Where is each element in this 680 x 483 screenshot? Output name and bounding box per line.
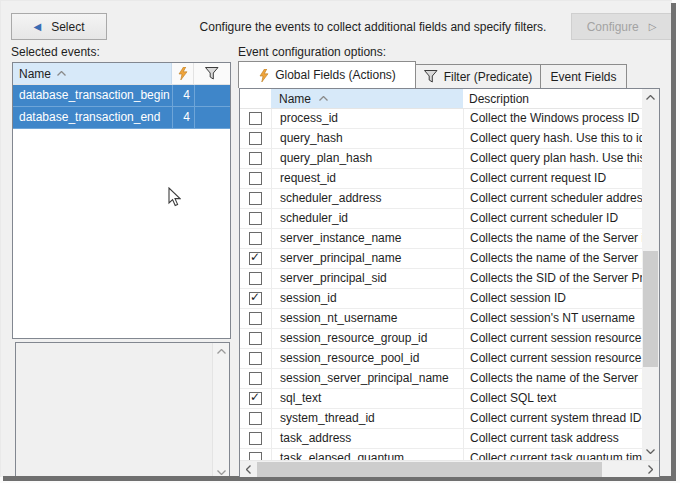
actions-column-header[interactable] xyxy=(172,63,194,84)
global-field-row[interactable]: server_instance_name Collects the name o… xyxy=(240,229,642,249)
scroll-left-button[interactable] xyxy=(240,461,257,477)
global-field-row[interactable]: session_id Collect session ID xyxy=(240,289,642,309)
field-checkbox[interactable] xyxy=(249,112,262,125)
event-configuration-window: ◀ Select Configure the events to collect… xyxy=(0,0,672,477)
filter-icon xyxy=(205,67,219,80)
checkbox-cell xyxy=(240,409,271,428)
checkbox-cell xyxy=(240,129,271,148)
instruction-text: Configure the events to collect addition… xyxy=(180,20,566,34)
field-checkbox[interactable] xyxy=(249,392,262,405)
field-name: system_thread_id xyxy=(271,409,463,428)
field-name: task_address xyxy=(271,429,463,448)
filter-column-header[interactable] xyxy=(194,63,230,84)
field-name: request_id xyxy=(271,169,463,188)
vertical-scrollbar-thumb[interactable] xyxy=(643,251,658,367)
checkbox-cell xyxy=(240,229,271,248)
checkbox-cell xyxy=(240,109,271,128)
checkbox-cell xyxy=(240,369,271,388)
field-checkbox[interactable] xyxy=(249,252,262,265)
select-button[interactable]: ◀ Select xyxy=(11,13,107,40)
selected-events-rows: database_transaction_begin 4 database_tr… xyxy=(13,85,230,129)
configure-button[interactable]: Configure ▷ xyxy=(571,13,672,40)
global-field-row[interactable]: scheduler_address Collect current schedu… xyxy=(240,189,642,209)
tab-filter-predicate[interactable]: Filter (Predicate) xyxy=(416,64,541,88)
global-field-row[interactable]: request_id Collect current request ID xyxy=(240,169,642,189)
filter-cell xyxy=(194,85,230,106)
forward-arrow-icon: ▷ xyxy=(649,22,657,32)
field-checkbox[interactable] xyxy=(249,292,262,305)
selected-event-row[interactable]: database_transaction_end 4 xyxy=(13,107,230,129)
checkbox-cell xyxy=(240,449,271,460)
global-field-row[interactable]: scheduler_id Collect current scheduler I… xyxy=(240,209,642,229)
mouse-cursor-icon xyxy=(168,187,181,210)
configure-button-label: Configure xyxy=(587,20,639,34)
field-checkbox[interactable] xyxy=(249,232,262,245)
field-description: Collect SQL text xyxy=(463,389,642,408)
field-checkbox[interactable] xyxy=(249,412,262,425)
field-name: server_instance_name xyxy=(271,229,463,248)
field-checkbox[interactable] xyxy=(249,172,262,185)
field-name: server_principal_name xyxy=(271,249,463,268)
checkbox-cell xyxy=(240,349,271,368)
scroll-up-button[interactable] xyxy=(642,89,659,106)
horizontal-scrollbar[interactable] xyxy=(240,460,659,477)
field-checkbox[interactable] xyxy=(249,132,262,145)
global-field-row[interactable]: session_resource_group_id Collect curren… xyxy=(240,329,642,349)
filter-cell xyxy=(194,107,230,128)
selected-event-row[interactable]: database_transaction_begin 4 xyxy=(13,85,230,107)
field-checkbox[interactable] xyxy=(249,372,262,385)
checkbox-cell xyxy=(240,289,271,308)
field-description: Collect the Windows process ID xyxy=(463,109,642,128)
global-field-row[interactable]: sql_text Collect SQL text xyxy=(240,389,642,409)
name-column-header[interactable]: Name xyxy=(13,63,172,84)
field-checkbox[interactable] xyxy=(249,152,262,165)
scroll-right-button[interactable] xyxy=(642,461,659,477)
field-description: Collects the name of the Server insta xyxy=(463,229,642,248)
scroll-down-button[interactable] xyxy=(642,443,659,460)
global-field-row[interactable]: server_principal_sid Collects the SID of… xyxy=(240,269,642,289)
checkbox-cell xyxy=(240,429,271,448)
selected-events-label: Selected events: xyxy=(11,45,100,59)
global-field-row[interactable]: query_plan_hash Collect query plan hash.… xyxy=(240,149,642,169)
description-column-header[interactable]: Description xyxy=(463,89,642,108)
vertical-scrollbar[interactable] xyxy=(642,89,659,460)
global-field-row[interactable]: session_nt_username Collect session's NT… xyxy=(240,309,642,329)
field-checkbox[interactable] xyxy=(249,272,262,285)
field-checkbox[interactable] xyxy=(249,312,262,325)
name-column-header[interactable]: Name xyxy=(271,89,463,108)
global-field-row[interactable]: process_id Collect the Windows process I… xyxy=(240,109,642,129)
scroll-up-button[interactable] xyxy=(213,343,230,360)
field-name: task_elapsed_quantum xyxy=(271,449,463,460)
lightning-icon xyxy=(258,69,269,82)
field-checkbox[interactable] xyxy=(249,432,262,445)
checkbox-cell xyxy=(240,209,271,228)
global-fields-table-header: Name Description xyxy=(240,89,659,109)
global-fields-rows: process_id Collect the Windows process I… xyxy=(240,109,642,460)
field-checkbox[interactable] xyxy=(249,352,262,365)
description-scrollbar[interactable] xyxy=(212,343,229,477)
field-checkbox[interactable] xyxy=(249,192,262,205)
global-field-row[interactable]: system_thread_id Collect current system … xyxy=(240,409,642,429)
tab-global-fields[interactable]: Global Fields (Actions) xyxy=(238,61,416,88)
tab-event-fields[interactable]: Event Fields xyxy=(541,64,627,88)
selected-events-header: Name xyxy=(13,63,230,85)
global-field-row[interactable]: session_resource_pool_id Collect current… xyxy=(240,349,642,369)
global-field-row[interactable]: task_address Collect current task addres… xyxy=(240,429,642,449)
image-shadow-right xyxy=(671,3,676,478)
horizontal-scrollbar-thumb[interactable] xyxy=(257,462,602,477)
global-field-row[interactable]: session_server_principal_name Collects t… xyxy=(240,369,642,389)
global-fields-table: Name Description process_id Collect the … xyxy=(239,88,660,477)
field-checkbox[interactable] xyxy=(249,332,262,345)
checkbox-cell xyxy=(240,309,271,328)
event-description-panel xyxy=(15,342,230,477)
field-checkbox[interactable] xyxy=(249,212,262,225)
chevron-up-icon xyxy=(646,95,655,100)
global-field-row[interactable]: server_principal_name Collects the name … xyxy=(240,249,642,269)
field-checkbox[interactable] xyxy=(249,452,262,460)
field-name: session_nt_username xyxy=(271,309,463,328)
global-field-row[interactable]: query_hash Collect query hash. Use this … xyxy=(240,129,642,149)
global-field-row[interactable]: task_elapsed_quantum Collect current tas… xyxy=(240,449,642,460)
select-button-label: Select xyxy=(51,20,84,34)
lightning-icon xyxy=(177,67,188,80)
field-name: sql_text xyxy=(271,389,463,408)
